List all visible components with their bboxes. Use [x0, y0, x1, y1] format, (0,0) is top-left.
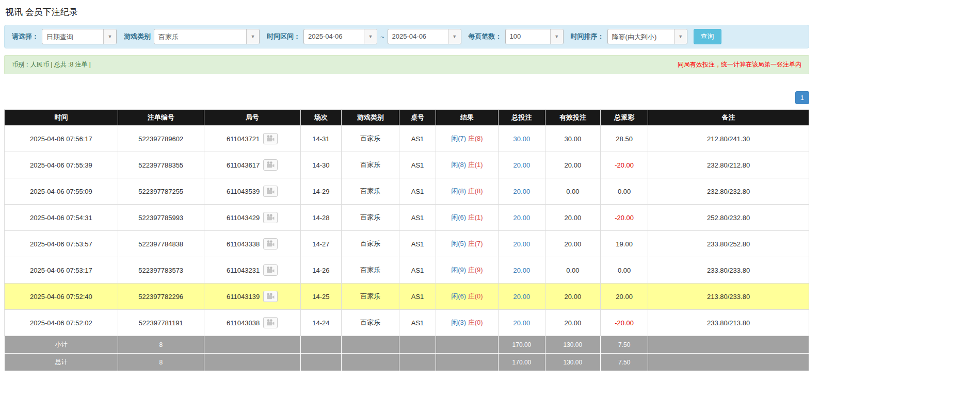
game-type-label: 游戏类别	[124, 32, 151, 41]
result-banker: 庄(0)	[468, 292, 483, 300]
table-footer-row: 小计8170.00130.007.50	[5, 336, 809, 354]
cell-round-id: 611043231	[204, 257, 300, 284]
result-banker: 庄(8)	[468, 187, 483, 195]
table-footer-row: 总计8170.00130.007.50	[5, 354, 809, 371]
round-id-text: 611043231	[227, 267, 260, 274]
footer-cell	[436, 354, 499, 371]
range-separator: ~	[380, 33, 384, 41]
cell-result: 闲(8) 庄(8)	[436, 178, 499, 205]
date-from-value: 2025-04-06	[304, 29, 364, 44]
round-id-text: 611043429	[227, 214, 260, 222]
video-camera-icon	[266, 214, 275, 221]
footer-cell	[300, 336, 342, 354]
footer-cell	[204, 336, 300, 354]
total-bet-link[interactable]: 30.00	[513, 135, 531, 143]
round-id-text: 611043038	[227, 319, 260, 327]
cell-table-no: AS1	[399, 310, 436, 336]
video-camera-icon	[266, 293, 275, 299]
total-bet-link[interactable]: 20.00	[513, 214, 531, 222]
page-button-1[interactable]: 1	[795, 91, 809, 104]
video-replay-button[interactable]	[263, 317, 278, 328]
video-camera-icon	[266, 267, 275, 273]
result-banker: 庄(8)	[468, 135, 483, 142]
video-replay-button[interactable]	[263, 212, 278, 223]
result-player: 闲(9)	[451, 266, 466, 274]
footer-cell	[300, 354, 342, 371]
cell-round-id: 611043139	[204, 284, 300, 310]
cell-round-id: 611043539	[204, 178, 300, 205]
video-replay-button[interactable]	[263, 291, 278, 302]
cell-payout: 20.00	[601, 284, 648, 310]
total-bet-link[interactable]: 20.00	[513, 240, 531, 248]
footer-label: 小计	[5, 336, 118, 354]
footer-cell: 8	[118, 336, 204, 354]
cell-round-id: 611043617	[204, 152, 300, 178]
header-note: 备注	[648, 110, 809, 126]
video-replay-button[interactable]	[263, 186, 278, 197]
date-to-select[interactable]: 2025-04-06 ▼	[388, 29, 461, 44]
footer-cell: 170.00	[499, 354, 545, 371]
page-size-select[interactable]: 100 ▼	[505, 29, 564, 44]
result-banker: 庄(1)	[468, 161, 483, 169]
table-header-row: 时间 注单编号 局号 场次 游戏类别 桌号 结果 总投注 有效投注 总派彩 备注	[5, 110, 809, 126]
footer-cell	[342, 336, 399, 354]
video-camera-icon	[266, 135, 275, 142]
sort-order-select[interactable]: 降幂(由大到小) ▼	[607, 29, 687, 44]
video-camera-icon	[266, 161, 275, 168]
total-bet-link[interactable]: 20.00	[513, 161, 531, 169]
query-type-value: 日期查询	[42, 29, 103, 44]
cell-time: 2025-04-06 07:56:17	[5, 126, 118, 152]
cell-valid-bet: 20.00	[545, 284, 601, 310]
cell-note: 233.80/233.80	[648, 257, 809, 284]
cell-bet-id: 522397787255	[118, 178, 204, 205]
chevron-down-icon[interactable]: ▼	[448, 29, 461, 44]
cell-round-id: 611043721	[204, 126, 300, 152]
content-area: 请选择： 日期查询 ▼ 游戏类别 百家乐 ▼ 时间区间： 2025-04-06 …	[4, 25, 809, 371]
chevron-down-icon[interactable]: ▼	[674, 29, 687, 44]
cell-result: 闲(3) 庄(0)	[436, 310, 499, 336]
date-from-select[interactable]: 2025-04-06 ▼	[303, 29, 377, 44]
total-bet-link[interactable]: 20.00	[513, 267, 531, 274]
total-bet-link[interactable]: 20.00	[513, 319, 531, 327]
cell-result: 闲(5) 庄(7)	[436, 231, 499, 257]
chevron-down-icon[interactable]: ▼	[246, 29, 259, 44]
chevron-down-icon[interactable]: ▼	[103, 29, 116, 44]
chevron-down-icon[interactable]: ▼	[550, 29, 563, 44]
cell-game-type: 百家乐	[342, 231, 399, 257]
chevron-down-icon[interactable]: ▼	[364, 29, 377, 44]
cell-note: 213.80/233.80	[648, 284, 809, 310]
total-bet-link[interactable]: 20.00	[513, 293, 531, 301]
footer-cell: 130.00	[545, 336, 601, 354]
result-player: 闲(7)	[451, 135, 466, 142]
round-id-text: 611043139	[227, 293, 260, 301]
query-type-select[interactable]: 日期查询 ▼	[42, 29, 117, 44]
cell-table-no: AS1	[399, 231, 436, 257]
table-row: 2025-04-06 07:56:17522397789602611043721…	[5, 126, 809, 152]
table-row: 2025-04-06 07:52:02522397781191611043038…	[5, 310, 809, 336]
video-replay-button[interactable]	[263, 133, 278, 144]
summary-bar: 币别：人民币 | 总共 :8 注单 | 同局有效投注，统一计算在该局第一张注单内	[4, 55, 809, 74]
header-session: 场次	[300, 110, 342, 126]
footer-cell	[399, 354, 436, 371]
game-type-value: 百家乐	[154, 29, 246, 44]
cell-payout: -20.00	[601, 152, 648, 178]
header-round-id: 局号	[204, 110, 300, 126]
cell-note: 252.80/232.80	[648, 205, 809, 231]
footer-cell	[204, 354, 300, 371]
cell-bet-id: 522397783573	[118, 257, 204, 284]
total-bet-link[interactable]: 20.00	[513, 188, 531, 195]
footer-cell: 170.00	[499, 336, 545, 354]
cell-session: 14-24	[300, 310, 342, 336]
video-replay-button[interactable]	[263, 159, 278, 171]
video-replay-button[interactable]	[263, 238, 278, 249]
cell-result: 闲(7) 庄(8)	[436, 126, 499, 152]
cell-note: 233.80/252.80	[648, 231, 809, 257]
video-replay-button[interactable]	[263, 264, 278, 276]
search-button[interactable]: 查询	[694, 29, 721, 44]
result-player: 闲(8)	[451, 161, 466, 169]
cell-table-no: AS1	[399, 126, 436, 152]
header-time: 时间	[5, 110, 118, 126]
game-type-select[interactable]: 百家乐 ▼	[154, 29, 260, 44]
header-result: 结果	[436, 110, 499, 126]
header-bet-id: 注单编号	[118, 110, 204, 126]
